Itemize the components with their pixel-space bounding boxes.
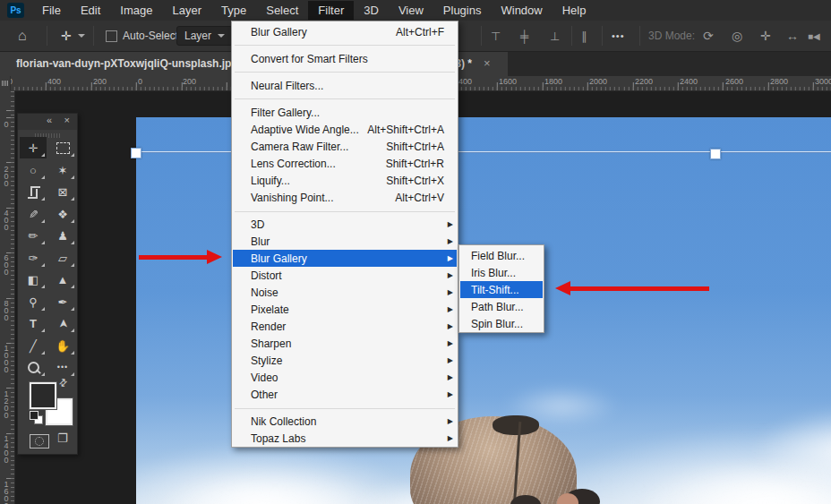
more-align-options-button[interactable]: ••• bbox=[612, 21, 625, 51]
ruler-label: 200 bbox=[2, 165, 11, 186]
menu-image[interactable]: Image bbox=[110, 1, 162, 20]
divider bbox=[93, 26, 94, 46]
edit-toolbar-button[interactable]: ••• bbox=[49, 356, 76, 378]
menu-separator bbox=[235, 408, 455, 409]
path-selection-tool[interactable]: ➤ bbox=[49, 312, 76, 334]
align-top-icon[interactable]: ⊤ bbox=[491, 21, 501, 51]
menu-item-render[interactable]: Render▶ bbox=[233, 318, 457, 335]
menu-item-noise[interactable]: Noise▶ bbox=[233, 284, 457, 301]
submenu-item-iris-blur[interactable]: Iris Blur... bbox=[460, 264, 543, 281]
menu-item-topaz-labs[interactable]: Topaz Labs▶ bbox=[233, 430, 457, 447]
menu-item-adaptive-wide-angle[interactable]: Adaptive Wide Angle...Alt+Shift+Ctrl+A bbox=[233, 121, 457, 138]
object-selection-tool[interactable]: ✶ bbox=[49, 159, 76, 181]
dodge-tool[interactable]: ⚲ bbox=[20, 291, 47, 312]
submenu-item-tilt-shift[interactable]: Tilt-Shift... bbox=[460, 281, 543, 298]
drag-3d-icon[interactable]: ✛ bbox=[760, 21, 771, 51]
mode-3d-label: 3D Mode: bbox=[648, 21, 695, 51]
blur-tool[interactable]: ▲ bbox=[49, 269, 76, 290]
menu-edit[interactable]: Edit bbox=[71, 1, 110, 20]
menu-item-sharpen[interactable]: Sharpen▶ bbox=[233, 335, 457, 352]
menu-item-3d[interactable]: 3D▶ bbox=[233, 216, 457, 233]
ruler-label: 3000 bbox=[813, 77, 831, 86]
menu-item-blur[interactable]: Blur▶ bbox=[233, 233, 457, 250]
align-bottom-icon[interactable]: ⊥ bbox=[550, 21, 560, 51]
move-tool-icon[interactable]: ✛ bbox=[61, 21, 85, 51]
ruler-origin-corner[interactable] bbox=[0, 76, 11, 90]
eraser-tool[interactable]: ▱ bbox=[49, 247, 76, 269]
align-middle-icon[interactable]: ╪ bbox=[520, 21, 528, 51]
menu-item-distort[interactable]: Distort▶ bbox=[233, 267, 457, 284]
close-panel-icon[interactable]: × bbox=[64, 115, 70, 125]
menu-help[interactable]: Help bbox=[553, 1, 596, 20]
crop-tool[interactable] bbox=[20, 181, 47, 202]
menu-view[interactable]: View bbox=[389, 1, 433, 20]
rectangular-marquee-tool[interactable] bbox=[49, 137, 76, 158]
clone-stamp-tool[interactable]: ♟ bbox=[49, 225, 76, 246]
healing-brush-tool[interactable]: ❖ bbox=[49, 203, 76, 225]
menu-item-camera-raw-filter[interactable]: Camera Raw Filter...Shift+Ctrl+A bbox=[233, 138, 457, 155]
history-brush-tool[interactable]: ✑ bbox=[20, 247, 47, 269]
menu-window[interactable]: Window bbox=[491, 1, 552, 20]
magnifier-icon bbox=[28, 362, 39, 373]
hand-tool[interactable]: ✋ bbox=[49, 335, 76, 356]
home-icon[interactable]: ⌂ bbox=[18, 21, 27, 51]
submenu-item-path-blur[interactable]: Path Blur... bbox=[460, 298, 543, 315]
lasso-tool[interactable]: ○ bbox=[20, 159, 47, 181]
menu-item-pixelate[interactable]: Pixelate▶ bbox=[233, 301, 457, 318]
eyedropper-tool[interactable]: ✎ bbox=[20, 203, 47, 225]
default-colors-icon[interactable] bbox=[30, 411, 39, 420]
type-tool[interactable]: T bbox=[20, 312, 47, 334]
menu-filter[interactable]: Filter bbox=[308, 1, 354, 20]
submenu-arrow-icon: ▶ bbox=[448, 271, 453, 279]
slide-3d-icon[interactable]: ↔ bbox=[786, 21, 799, 51]
distribute-icon[interactable]: ∥ bbox=[581, 21, 587, 51]
menu-file[interactable]: File bbox=[32, 1, 71, 20]
menu-item-neural-filters[interactable]: Neural Filters... bbox=[233, 77, 457, 94]
foreground-color-swatch[interactable] bbox=[30, 382, 56, 409]
quick-mask-button[interactable] bbox=[30, 434, 49, 448]
menu-item-blur-gallery[interactable]: Blur Gallery▶ bbox=[233, 250, 457, 267]
submenu-item-spin-blur[interactable]: Spin Blur... bbox=[460, 315, 543, 332]
zoom-tool[interactable] bbox=[20, 356, 47, 378]
menu-3d[interactable]: 3D bbox=[354, 1, 389, 20]
transform-handle-left[interactable] bbox=[131, 148, 141, 158]
vertical-ruler[interactable]: 0 200 400 600 800 1000 1200 1400 1600 bbox=[0, 90, 15, 504]
frame-tool[interactable]: ⊠ bbox=[49, 181, 76, 202]
menu-item-vanishing-point[interactable]: Vanishing Point...Alt+Ctrl+V bbox=[233, 189, 457, 206]
menu-item-convert-smart-filters[interactable]: Convert for Smart Filters bbox=[233, 50, 457, 67]
submenu-arrow-icon: ▶ bbox=[448, 237, 453, 245]
submenu-arrow-icon: ▶ bbox=[448, 417, 453, 425]
auto-select-checkbox[interactable] bbox=[106, 30, 117, 42]
auto-select-target-dropdown[interactable]: Layer bbox=[176, 21, 233, 51]
collapse-panel-icon[interactable]: « bbox=[47, 115, 52, 125]
menu-item-filter-gallery[interactable]: Filter Gallery... bbox=[233, 104, 457, 121]
menu-layer[interactable]: Layer bbox=[163, 1, 212, 20]
menu-type[interactable]: Type bbox=[211, 1, 256, 20]
menu-plugins[interactable]: Plugins bbox=[433, 1, 492, 20]
screen-mode-button[interactable]: ❐ bbox=[57, 431, 68, 445]
swap-colors-icon[interactable]: ⇄ bbox=[56, 376, 71, 390]
paint-bucket-tool[interactable]: ◧ bbox=[20, 269, 47, 290]
line-tool[interactable]: ╱ bbox=[20, 335, 47, 356]
menu-select[interactable]: Select bbox=[256, 1, 308, 20]
brush-tool[interactable]: ✏ bbox=[20, 225, 47, 246]
menu-item-blur-gallery-repeat[interactable]: Blur GalleryAlt+Ctrl+F bbox=[233, 23, 457, 40]
ruler-label: 1600 bbox=[497, 77, 517, 86]
submenu-item-field-blur[interactable]: Field Blur... bbox=[460, 247, 543, 264]
close-tab-icon[interactable]: × bbox=[484, 56, 491, 70]
menu-item-nik-collection[interactable]: Nik Collection▶ bbox=[233, 413, 457, 430]
menu-item-other[interactable]: Other▶ bbox=[233, 386, 457, 403]
camera-3d-icon[interactable]: ■◀ bbox=[808, 21, 820, 51]
chevron-down-icon bbox=[78, 34, 85, 38]
menu-item-video[interactable]: Video▶ bbox=[233, 369, 457, 386]
roll-3d-icon[interactable]: ◎ bbox=[732, 21, 742, 51]
pen-tool[interactable]: ✒ bbox=[49, 291, 76, 312]
move-tool[interactable]: ✛ bbox=[20, 137, 47, 158]
menu-item-lens-correction[interactable]: Lens Correction...Shift+Ctrl+R bbox=[233, 155, 457, 172]
transform-handle-mid[interactable] bbox=[710, 149, 721, 159]
orbit-3d-icon[interactable]: ⟳ bbox=[703, 21, 714, 51]
ruler-label: 600 bbox=[2, 253, 11, 275]
menu-item-stylize[interactable]: Stylize▶ bbox=[233, 352, 457, 369]
ruler-label: 1800 bbox=[543, 77, 562, 86]
menu-item-liquify[interactable]: Liquify...Shift+Ctrl+X bbox=[233, 172, 457, 189]
